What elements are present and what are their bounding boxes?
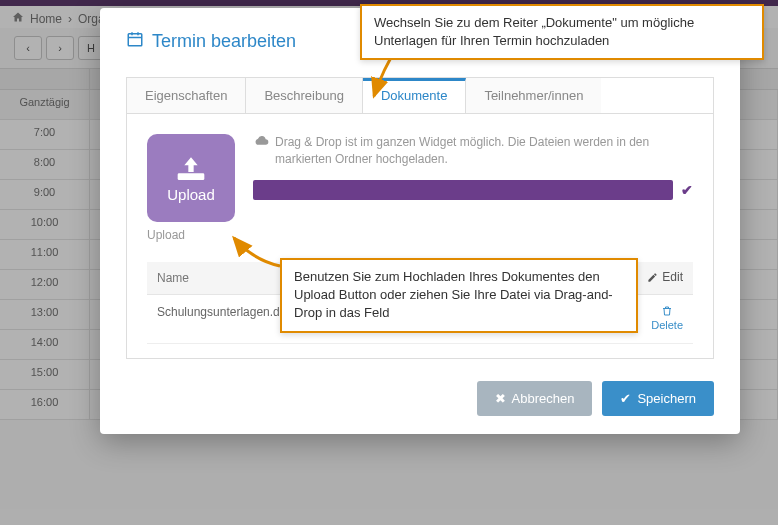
trash-icon <box>661 305 673 317</box>
modal-footer: ✖ Abbrechen ✔ Speichern <box>126 381 714 416</box>
calendar-icon <box>126 30 144 53</box>
modal-tabs: Eigenschaften Beschreibung Dokumente Tei… <box>126 77 714 113</box>
drag-hint-text: Drag & Drop ist im ganzen Widget möglich… <box>275 134 693 168</box>
arrow-icon <box>228 232 284 272</box>
upload-icon <box>175 154 207 182</box>
close-icon: ✖ <box>495 391 506 406</box>
svg-rect-0 <box>128 34 142 46</box>
upload-sublabel: Upload <box>147 228 235 242</box>
upload-progress-row: ✔ <box>253 180 693 200</box>
edit-appointment-modal: Termin bearbeiten Eigenschaften Beschrei… <box>100 8 740 434</box>
drag-drop-hint: Drag & Drop ist im ganzen Widget möglich… <box>253 134 693 168</box>
svg-rect-4 <box>178 173 205 180</box>
delete-button[interactable]: Delete <box>651 305 683 331</box>
tab-description[interactable]: Beschreibung <box>246 78 363 113</box>
tab-properties[interactable]: Eigenschaften <box>127 78 246 113</box>
th-edit: Edit <box>637 262 693 294</box>
upload-button-label: Upload <box>167 186 215 203</box>
annotation-callout-1: Wechseln Sie zu dem Reiter „Dokumente" u… <box>360 4 764 60</box>
upload-progress-bar <box>253 180 673 200</box>
check-icon: ✔ <box>620 391 631 406</box>
cloud-icon <box>253 135 269 149</box>
tab-participants[interactable]: Teilnehmer/innen <box>466 78 601 113</box>
annotation-callout-2: Benutzen Sie zum Hochladen Ihres Dokumen… <box>280 258 638 333</box>
pencil-icon <box>647 272 658 283</box>
cancel-button[interactable]: ✖ Abbrechen <box>477 381 593 416</box>
check-icon: ✔ <box>681 182 693 198</box>
save-button[interactable]: ✔ Speichern <box>602 381 714 416</box>
upload-button[interactable]: Upload <box>147 134 235 222</box>
edit-header[interactable]: Edit <box>647 270 683 284</box>
modal-title-text: Termin bearbeiten <box>152 31 296 52</box>
